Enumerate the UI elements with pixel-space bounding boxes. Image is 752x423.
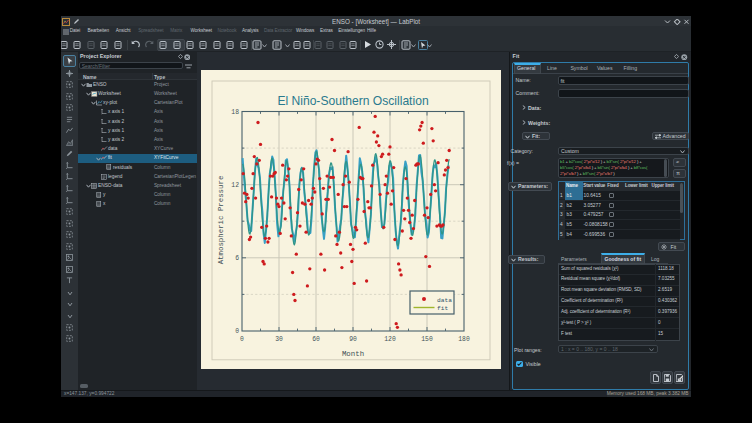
svg-text:El Niño-Southern Oscillation: El Niño-Southern Oscillation (277, 94, 428, 108)
svg-text:fit: fit (437, 305, 448, 312)
svg-text:90: 90 (349, 336, 357, 343)
svg-text:30: 30 (275, 336, 283, 343)
svg-text:60: 60 (312, 336, 320, 343)
svg-text:180: 180 (458, 336, 470, 343)
svg-text:Atmospheric Pressure: Atmospheric Pressure (217, 176, 225, 265)
svg-text:18: 18 (231, 109, 239, 116)
svg-text:6: 6 (235, 255, 239, 262)
svg-text:120: 120 (384, 336, 396, 343)
svg-text:150: 150 (421, 336, 433, 343)
svg-text:0: 0 (235, 328, 239, 335)
svg-text:12: 12 (231, 182, 239, 189)
svg-text:0: 0 (240, 336, 244, 343)
svg-text:data: data (437, 297, 452, 304)
svg-text:Month: Month (342, 350, 364, 358)
